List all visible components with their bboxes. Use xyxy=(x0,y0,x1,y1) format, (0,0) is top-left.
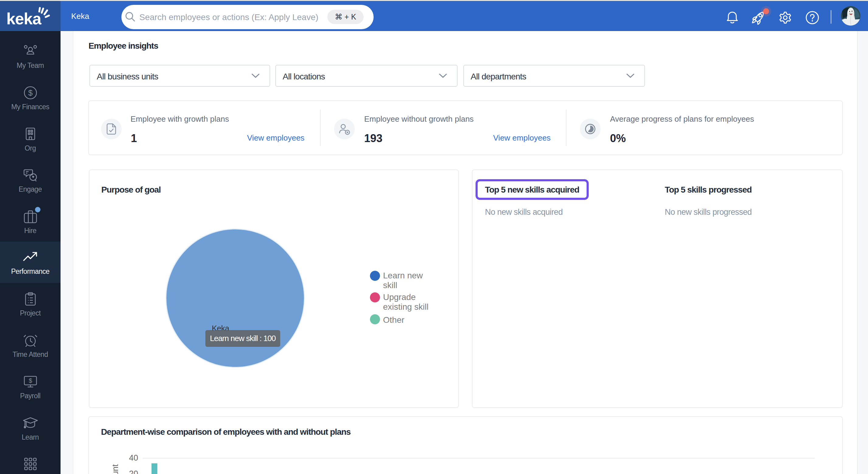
svg-text:$: $ xyxy=(29,377,32,384)
svg-text:$: $ xyxy=(28,88,33,97)
